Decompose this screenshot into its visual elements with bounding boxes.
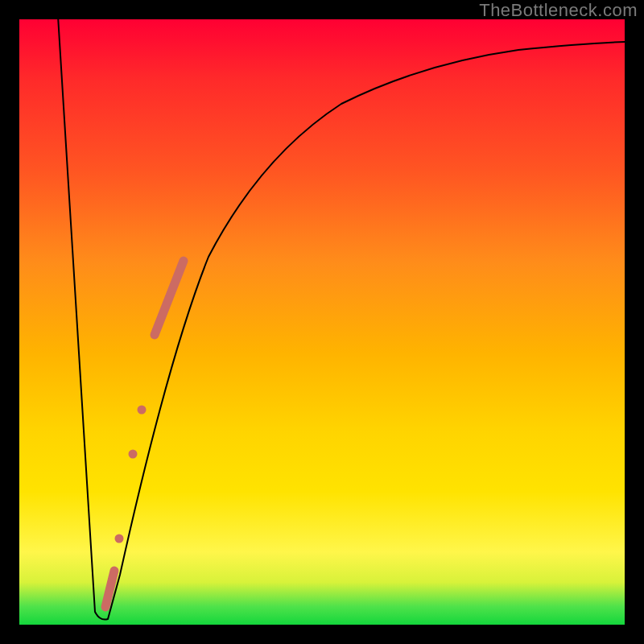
marker-dot-1 [138,406,147,415]
bottleneck-curve [50,0,625,620]
chart-frame: TheBottleneck.com [0,0,644,644]
marker-thick-segment [155,261,184,335]
plot-area [19,19,625,625]
chart-svg [19,19,625,625]
marker-dot-2 [129,450,138,459]
marker-dot-3 [115,535,124,543]
watermark-text: TheBottleneck.com [479,0,638,21]
